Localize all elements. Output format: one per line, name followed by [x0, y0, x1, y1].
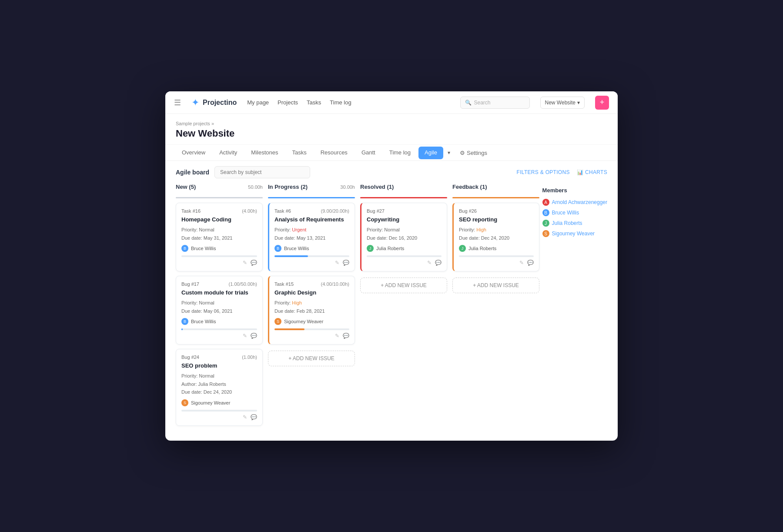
- nav-timelog[interactable]: Time log: [330, 97, 351, 107]
- tab-gantt[interactable]: Gantt: [355, 145, 381, 161]
- project-selector[interactable]: New Website ▾: [540, 97, 585, 109]
- card-assignee: S Sigourney Weaver: [181, 399, 257, 406]
- app-name: Projectino: [203, 99, 237, 107]
- tab-settings[interactable]: ⚙ Settings: [455, 146, 492, 160]
- tab-agile[interactable]: Agile: [418, 147, 443, 159]
- member-item[interactable]: A Arnold Achwarzenegger: [542, 199, 607, 206]
- column-hours: 30.00h: [340, 184, 355, 190]
- comment-icon[interactable]: 💬: [251, 333, 257, 339]
- assignee-avatar: S: [274, 318, 281, 325]
- card-header: Bug #26: [459, 208, 534, 214]
- column-line: [268, 197, 355, 198]
- edit-icon[interactable]: ✎: [243, 333, 247, 339]
- member-name: Sigourney Weaver: [552, 231, 595, 237]
- add-new-issue-button[interactable]: + ADD NEW ISSUE: [360, 278, 447, 293]
- member-item[interactable]: B Bruce Willis: [542, 209, 607, 216]
- nav-projects[interactable]: Projects: [278, 97, 298, 107]
- edit-icon[interactable]: ✎: [519, 260, 524, 266]
- card-header: Bug #24 (1.00h): [181, 355, 257, 360]
- comment-icon[interactable]: 💬: [527, 260, 534, 266]
- card-id: Task #6: [274, 208, 291, 214]
- project-title: New Website: [176, 128, 607, 139]
- member-item[interactable]: J Julia Roberts: [542, 220, 607, 227]
- search-placeholder: Search: [474, 100, 491, 106]
- card-priority: Priority: Urgent: [274, 226, 349, 234]
- comment-icon[interactable]: 💬: [251, 414, 257, 420]
- add-button[interactable]: +: [595, 96, 609, 110]
- comment-icon[interactable]: 💬: [435, 260, 442, 266]
- card-due-date: Due date: Dec 16, 2020: [367, 234, 442, 242]
- tab-overview[interactable]: Overview: [176, 145, 211, 161]
- card-id: Bug #26: [459, 208, 477, 214]
- card-footer: ✎ 💬: [367, 260, 442, 266]
- task-card: Bug #17 (1.00/50.00h) Custom module for …: [176, 276, 263, 345]
- tab-more-dropdown[interactable]: ▾: [445, 146, 453, 159]
- card-title: Analysis of Requirements: [274, 216, 349, 224]
- members-title: Members: [542, 187, 607, 194]
- filters-options-button[interactable]: FILTERS & OPTIONS: [517, 169, 570, 175]
- member-name: Bruce Willis: [552, 210, 579, 216]
- task-card: Task #6 (9.00/20.00h) Analysis of Requir…: [268, 203, 355, 271]
- card-priority: Priority: Normal: [181, 226, 257, 234]
- nav-mypage[interactable]: My page: [247, 97, 269, 107]
- progress-bar: [181, 328, 183, 330]
- card-assignee: S Sigourney Weaver: [274, 318, 349, 325]
- global-search-box[interactable]: 🔍 Search: [460, 97, 530, 109]
- breadcrumb: Sample projects »: [176, 121, 607, 126]
- comment-icon[interactable]: 💬: [251, 260, 257, 266]
- breadcrumb-text[interactable]: Sample projects »: [176, 121, 214, 126]
- card-priority: Priority: Normal: [367, 226, 442, 234]
- tab-activity[interactable]: Activity: [213, 145, 243, 161]
- column-feedback: Feedback (1) Bug #26 SEO reporting Prior…: [452, 184, 539, 430]
- card-title: SEO problem: [181, 362, 257, 370]
- column-title: In Progress (2): [268, 184, 308, 190]
- card-id: Task #16: [181, 208, 201, 214]
- edit-icon[interactable]: ✎: [427, 260, 432, 266]
- tab-tasks[interactable]: Tasks: [286, 145, 313, 161]
- column-header: Feedback (1): [452, 184, 539, 193]
- board-search-input[interactable]: [214, 166, 310, 178]
- assignee-avatar: B: [181, 318, 188, 325]
- hamburger-icon[interactable]: ☰: [174, 98, 181, 107]
- comment-icon[interactable]: 💬: [343, 260, 349, 266]
- settings-icon: ⚙: [460, 150, 465, 156]
- members-list: A Arnold Achwarzenegger B Bruce Willis J…: [542, 199, 607, 237]
- chart-icon: 📊: [577, 169, 583, 175]
- member-item[interactable]: S Sigourney Weaver: [542, 230, 607, 237]
- task-card: Task #16 (4.00h) Homepage Coding Priorit…: [176, 203, 263, 271]
- assignee-name: Sigourney Weaver: [284, 319, 323, 324]
- card-footer: ✎ 💬: [274, 260, 349, 266]
- edit-icon[interactable]: ✎: [335, 333, 339, 339]
- logo-area[interactable]: ✦ Projectino: [191, 97, 237, 108]
- nav-tasks[interactable]: Tasks: [307, 97, 321, 107]
- edit-icon[interactable]: ✎: [243, 414, 247, 420]
- task-card: Bug #24 (1.00h) SEO problem Priority: No…: [176, 349, 263, 425]
- chevron-down-icon: ▾: [577, 100, 580, 106]
- card-footer: ✎ 💬: [181, 414, 257, 420]
- assignee-name: Bruce Willis: [284, 246, 309, 251]
- tab-milestones[interactable]: Milestones: [245, 145, 284, 161]
- add-new-issue-button[interactable]: + ADD NEW ISSUE: [268, 351, 355, 366]
- card-assignee: J Julia Roberts: [367, 245, 442, 252]
- settings-label: Settings: [467, 150, 487, 156]
- card-priority: Priority: High: [459, 226, 534, 234]
- member-name: Arnold Achwarzenegger: [552, 199, 607, 205]
- comment-icon[interactable]: 💬: [343, 333, 349, 339]
- tab-timelog[interactable]: Time log: [383, 145, 417, 161]
- member-name: Julia Roberts: [552, 220, 582, 226]
- column-line: [176, 197, 263, 198]
- member-avatar: A: [542, 199, 549, 206]
- add-new-issue-button[interactable]: + ADD NEW ISSUE: [452, 278, 539, 293]
- member-avatar: S: [542, 230, 549, 237]
- edit-icon[interactable]: ✎: [335, 260, 339, 266]
- tab-resources[interactable]: Resources: [315, 145, 354, 161]
- edit-icon[interactable]: ✎: [243, 260, 247, 266]
- card-header: Bug #27: [367, 208, 442, 214]
- progress-bar-container: [459, 255, 534, 257]
- assignee-avatar: J: [459, 245, 466, 252]
- charts-button[interactable]: 📊 CHARTS: [577, 169, 607, 175]
- card-hours: (4.00h): [242, 208, 257, 214]
- card-title: SEO reporting: [459, 216, 534, 224]
- card-priority: Priority: Normal: [181, 372, 257, 380]
- card-title: Custom module for trials: [181, 289, 257, 297]
